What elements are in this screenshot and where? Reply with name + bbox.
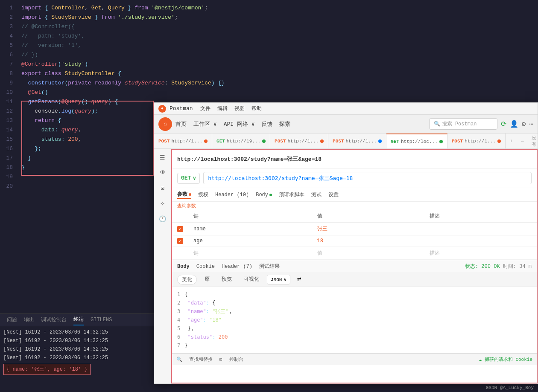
nav-explore[interactable]: 探索: [279, 120, 290, 128]
param-key-age[interactable]: age: [188, 235, 312, 247]
postman-toolbar: ⌂ 首页 工作区 ∨ API 网络 ∨ 反馈 探索 🔍 搜索 Postman ⟳…: [154, 115, 538, 134]
tab-get-active[interactable]: GET http://loc...: [386, 134, 447, 148]
response-tab-cookie[interactable]: Cookie: [196, 264, 215, 270]
more-tabs[interactable]: ⋯: [517, 134, 528, 148]
nav-feedback[interactable]: 反馈: [261, 120, 272, 128]
response-tab-tests[interactable]: 测试结果: [259, 263, 280, 270]
postman-main-panel: http://localhost:3002/study?name=张三&age=…: [171, 149, 538, 383]
fmt-tab-raw[interactable]: 原: [200, 275, 214, 285]
settings-icon[interactable]: ⚙: [522, 120, 526, 128]
tab-debug-console[interactable]: 调试控制台: [41, 314, 67, 325]
param-value-age[interactable]: 18: [312, 235, 424, 247]
fmt-tab-pretty[interactable]: 美化: [177, 275, 197, 285]
console-label[interactable]: 控制台: [229, 356, 243, 363]
menu-file[interactable]: 文件: [200, 105, 211, 112]
param-row-name: ✓ name 张三: [172, 223, 537, 235]
param-value-name[interactable]: 张三: [312, 223, 424, 235]
request-url-display: http://localhost:3002/study?name=张三&age=…: [172, 150, 537, 168]
no-env: 没有: [528, 135, 538, 148]
param-row-empty: 键 值 描述: [172, 247, 537, 260]
json-line-4: 4 "age": "18": [177, 316, 532, 324]
postman-logo: ●: [158, 105, 166, 113]
col-checkbox: [172, 210, 188, 223]
tab-get-1[interactable]: GET http://19...: [212, 134, 270, 148]
param-tab-headers[interactable]: Header (10): [215, 191, 249, 199]
json-format-select[interactable]: JSON ∨: [267, 275, 290, 285]
param-tabs-bar: 参数 授权 Header (10) Body 预请求脚本 测试 设置: [172, 188, 537, 202]
tab-post-4[interactable]: POST http://1...: [447, 134, 506, 148]
postman-sidebar: ☰ 👁 ⊡ ⟡ 🕐: [154, 149, 171, 383]
param-tab-tests[interactable]: 测试: [311, 191, 322, 199]
param-row-age: ✓ age 18: [172, 235, 537, 247]
sidebar-flow-icon[interactable]: ⟡: [158, 198, 168, 209]
param-key-name[interactable]: name: [188, 223, 312, 235]
postman-title: Postman: [170, 105, 193, 112]
home-button[interactable]: ⌂: [158, 117, 172, 131]
param-checkbox-age[interactable]: ✓: [177, 238, 183, 244]
tab-post-2[interactable]: POST http://1...: [270, 134, 328, 148]
find-replace-icon: 🔍: [176, 357, 182, 362]
fmt-tab-visualize[interactable]: 可视化: [240, 275, 263, 285]
response-json-body: 1{ 2 "data": { 3 "name": "张三", 4 "age": …: [172, 287, 537, 353]
param-tab-auth[interactable]: 授权: [198, 191, 208, 199]
nav-home[interactable]: 首页: [175, 120, 187, 128]
response-tab-headers[interactable]: Header (7): [222, 264, 252, 270]
sidebar-env-icon[interactable]: 👁: [158, 168, 168, 178]
postman-search[interactable]: 🔍 搜索 Postman: [429, 118, 497, 130]
wrap-icon[interactable]: ⇄: [297, 275, 301, 285]
fmt-tab-preview[interactable]: 预览: [217, 275, 236, 285]
json-line-5: 5 },: [177, 324, 532, 333]
postman-body: ☰ 👁 ⊡ ⟡ 🕐 http://localhost:3002/study?na…: [154, 149, 538, 383]
postman-nav: 首页 工作区 ∨ API 网络 ∨ 反馈 探索: [175, 120, 426, 128]
tab-output[interactable]: 输出: [24, 314, 34, 325]
col-desc: 描述: [424, 210, 537, 223]
param-checkbox-name[interactable]: ✓: [177, 226, 183, 232]
search-icon: 🔍: [434, 121, 440, 127]
postman-window: ● Postman 文件 编辑 视图 帮助 ⌂ 首页 工作区 ∨ API 网络 …: [154, 102, 538, 384]
param-desc-empty: 描述: [424, 247, 537, 260]
nav-workspace[interactable]: 工作区 ∨: [193, 120, 217, 128]
sidebar-mock-icon[interactable]: ⊡: [158, 183, 168, 193]
url-input[interactable]: [203, 172, 532, 184]
param-desc-name: [424, 223, 537, 235]
sidebar-history-icon[interactable]: 🕐: [158, 214, 168, 224]
tab-post-1[interactable]: POST http://1...: [154, 134, 212, 148]
user-icon[interactable]: 👤: [510, 120, 518, 128]
param-key-empty[interactable]: 键: [188, 247, 312, 260]
response-status: 状态: 200 OK 时间: 34 m: [465, 263, 532, 270]
nav-api[interactable]: API 网络 ∨: [224, 120, 255, 128]
sync-icon[interactable]: ⟳: [501, 120, 506, 128]
param-desc-age: [424, 235, 537, 247]
tab-post-3[interactable]: POST http://1...: [328, 134, 386, 148]
postman-menu: 文件 编辑 视图 帮助: [200, 105, 262, 112]
tab-gitlens[interactable]: GITLENS: [91, 315, 112, 325]
col-value: 值: [312, 210, 424, 223]
postman-toolbar-icons: ⟳ 👤 ⚙ ⋯: [501, 120, 533, 128]
method-select[interactable]: GET ∨: [177, 173, 200, 184]
gsdn-label: GSDN @A_Lucky_Boy: [486, 385, 534, 390]
more-icon[interactable]: ⋯: [529, 120, 533, 128]
add-tab-button[interactable]: +: [506, 134, 517, 148]
find-replace-label[interactable]: 查找和替换: [189, 356, 213, 363]
param-tab-settings[interactable]: 设置: [328, 191, 339, 199]
response-area: Body Cookie Header (7) 测试结果 状态: 200 OK 时…: [172, 260, 537, 353]
menu-edit[interactable]: 编辑: [217, 105, 228, 112]
console-icon: ⊡: [219, 357, 222, 362]
sidebar-collection-icon[interactable]: ☰: [158, 152, 168, 163]
param-value-empty[interactable]: 值: [312, 247, 424, 260]
json-line-3: 3 "name": "张三",: [177, 307, 532, 316]
col-key: 键: [188, 210, 312, 223]
menu-view[interactable]: 视图: [234, 105, 245, 112]
gsdn-watermark: GSDN @A_Lucky_Boy: [486, 385, 534, 390]
method-chevron-icon: ∨: [193, 175, 196, 182]
param-tab-prerequest[interactable]: 预请求脚本: [279, 191, 304, 199]
response-tab-body[interactable]: Body: [177, 264, 190, 270]
params-table-container: 键 值 描述 ✓ name 张三: [172, 210, 537, 260]
tab-problems[interactable]: 问题: [7, 314, 17, 325]
method-url-row: GET ∨: [172, 168, 537, 188]
json-line-2: 2 "data": {: [177, 299, 532, 307]
param-tab-body[interactable]: Body: [256, 191, 272, 199]
menu-help[interactable]: 帮助: [251, 105, 262, 112]
param-tab-params[interactable]: 参数: [177, 191, 191, 199]
tab-terminal[interactable]: 终端: [73, 314, 84, 325]
